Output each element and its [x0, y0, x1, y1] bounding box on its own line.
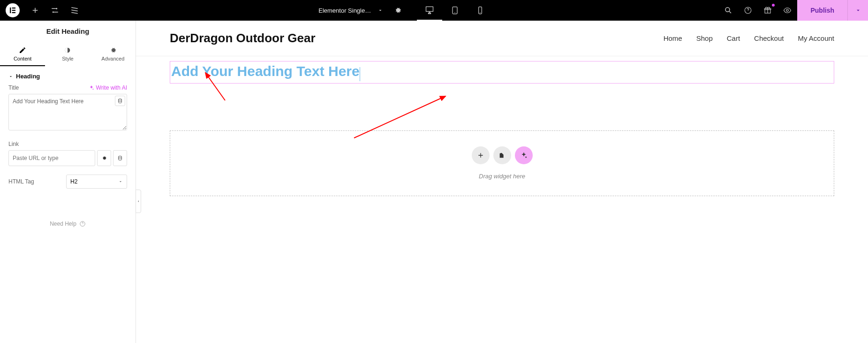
svg-point-8 — [725, 8, 730, 12]
main-nav: Home Shop Cart Checkout My Account — [664, 34, 834, 42]
htmltag-select[interactable]: H2 — [66, 175, 127, 189]
nav-checkout[interactable]: Checkout — [754, 34, 784, 42]
topbar-right-group: Publish — [718, 0, 868, 21]
svg-rect-3 — [12, 12, 16, 13]
add-element-button[interactable] — [25, 0, 45, 21]
link-options-button[interactable] — [97, 150, 111, 166]
collapse-sidebar-handle[interactable] — [136, 190, 141, 213]
tab-advanced-label: Advanced — [101, 56, 124, 61]
section-heading[interactable]: Heading — [0, 66, 136, 84]
editor-canvas: DerDragon Outdoor Gear Home Shop Cart Ch… — [136, 21, 868, 343]
main-area: Edit Heading Content Style Advanced Head… — [0, 21, 868, 343]
finder-search-icon[interactable] — [718, 0, 738, 21]
nav-shop[interactable]: Shop — [696, 34, 713, 42]
ai-label: Write with AI — [96, 84, 127, 91]
htmltag-value: H2 — [70, 178, 77, 185]
publish-dropdown[interactable] — [847, 0, 868, 21]
page-settings-icon[interactable] — [388, 0, 408, 21]
tablet-tab[interactable] — [442, 0, 468, 21]
add-template-button[interactable] — [493, 146, 511, 164]
empty-section-dropzone[interactable]: Drag widget here — [170, 130, 834, 196]
help-icon[interactable] — [738, 0, 758, 21]
whats-new-icon[interactable] — [758, 0, 777, 21]
heading-widget[interactable]: Add Your Heading Text Here — [170, 61, 834, 84]
editor-sidebar: Edit Heading Content Style Advanced Head… — [0, 21, 136, 343]
nav-cart[interactable]: Cart — [727, 34, 740, 42]
need-help-link[interactable]: Need Help — [0, 197, 136, 236]
notification-dot — [772, 4, 775, 7]
responsive-tabs — [417, 0, 493, 21]
dropzone-text: Drag widget here — [479, 173, 525, 180]
svg-point-15 — [119, 156, 122, 158]
text-cursor — [360, 67, 360, 81]
document-title: Elementor Single… — [315, 7, 375, 14]
topbar-center-group: Elementor Single… — [310, 0, 493, 21]
dropzone-buttons — [472, 146, 533, 164]
mobile-tab[interactable] — [468, 0, 493, 21]
desktop-tab[interactable] — [417, 0, 442, 21]
topbar-left-group — [0, 0, 84, 21]
svg-point-7 — [480, 12, 481, 13]
htmltag-label: HTML Tag — [8, 178, 34, 185]
nav-home[interactable]: Home — [664, 34, 682, 42]
heading-text[interactable]: Add Your Heading Text Here — [171, 63, 360, 79]
publish-button[interactable]: Publish — [797, 0, 847, 21]
structure-icon[interactable] — [65, 0, 84, 21]
tab-style[interactable]: Style — [45, 42, 90, 66]
top-toolbar: Elementor Single… — [0, 0, 868, 21]
svg-rect-2 — [12, 10, 16, 11]
tab-content[interactable]: Content — [0, 42, 45, 66]
svg-rect-1 — [12, 8, 16, 8]
section-heading-label: Heading — [16, 73, 40, 80]
tab-style-label: Style — [62, 56, 73, 61]
title-input[interactable] — [8, 94, 127, 130]
svg-point-14 — [119, 99, 122, 100]
panel-title: Edit Heading — [0, 21, 136, 42]
add-section-button[interactable] — [472, 146, 490, 164]
dynamic-tags-button[interactable] — [115, 96, 125, 106]
document-title-dropdown[interactable]: Elementor Single… — [310, 7, 388, 14]
help-label: Need Help — [50, 221, 76, 227]
link-input[interactable] — [8, 150, 95, 166]
title-label: Title — [8, 84, 19, 91]
ai-generate-button[interactable] — [515, 146, 533, 164]
tab-content-label: Content — [14, 56, 32, 61]
settings-icon[interactable] — [45, 0, 65, 21]
tab-advanced[interactable]: Advanced — [91, 42, 136, 66]
link-label: Link — [8, 141, 127, 147]
svg-rect-0 — [10, 8, 11, 13]
write-with-ai-link[interactable]: Write with AI — [89, 84, 127, 91]
elementor-logo[interactable] — [6, 3, 20, 17]
nav-account[interactable]: My Account — [798, 34, 834, 42]
svg-point-5 — [454, 12, 455, 13]
panel-tabs: Content Style Advanced — [0, 42, 136, 66]
site-header: DerDragon Outdoor Gear Home Shop Cart Ch… — [136, 21, 868, 56]
svg-point-12 — [786, 9, 789, 12]
preview-icon[interactable] — [777, 0, 797, 21]
controls-area: Title Write with AI Link — [0, 84, 136, 197]
site-title: DerDragon Outdoor Gear — [170, 31, 316, 46]
link-dynamic-button[interactable] — [113, 150, 127, 166]
